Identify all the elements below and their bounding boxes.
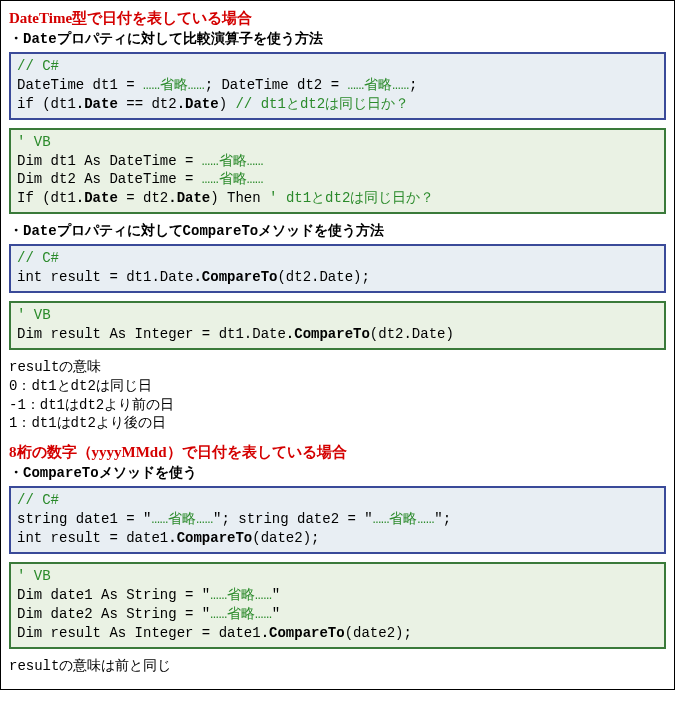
section1-title: DateTime型で日付を表している場合 (9, 9, 666, 28)
code-comment: // C# (17, 58, 59, 74)
mono-compareto: CompareTo (183, 223, 259, 239)
code: ) (219, 96, 236, 112)
code: (dt2.Date) (370, 326, 454, 342)
code-bold: .Date (177, 96, 219, 112)
codebox-cs-1: // C# DateTime dt1 = ……省略……; DateTime dt… (9, 52, 666, 120)
section1-sub2: ・Dateプロパティに対してCompareToメソッドを使う方法 (9, 222, 666, 240)
code-omit: ……省略…… (202, 153, 264, 169)
code-bold: .Date (76, 190, 118, 206)
code-comment: // C# (17, 250, 59, 266)
code: Dim date1 As String = " (17, 587, 210, 603)
code-omit: ……省略…… (202, 171, 264, 187)
result-0: 0：dt1とdt2は同じ日 (9, 378, 152, 394)
code: if (dt1 (17, 96, 76, 112)
code-comment: ' dt1とdt2は同じ日か？ (269, 190, 434, 206)
code: ; (409, 77, 417, 93)
section2-footer: resultの意味は前と同じ (9, 657, 666, 675)
sub-text: メソッドを使う (99, 465, 197, 480)
code: ; DateTime dt2 = (205, 77, 348, 93)
code: Dim dt1 As DateTime = (17, 153, 202, 169)
result-m1: -1：dt1はdt2より前の日 (9, 397, 174, 413)
code: Dim result As Integer = date1 (17, 625, 261, 641)
code-bold: .Date (76, 96, 118, 112)
code: int result = dt1.Date (17, 269, 193, 285)
codebox-cs-3: // C# string date1 = "……省略……"; string da… (9, 486, 666, 554)
code: (date2); (252, 530, 319, 546)
bullet: ・ (9, 223, 23, 238)
code: == dt2 (118, 96, 177, 112)
result-1: 1：dt1はdt2より後の日 (9, 415, 166, 431)
code-omit: ……省略…… (151, 511, 213, 527)
codebox-vb-3: ' VB Dim date1 As String = "……省略……" Dim … (9, 562, 666, 649)
code: (date2); (345, 625, 412, 641)
code: " (272, 606, 280, 622)
code-bold: .CompareTo (168, 530, 252, 546)
code-comment: ' VB (17, 134, 51, 150)
section2-title: 8桁の数字（yyyyMMdd）で日付を表している場合 (9, 443, 666, 462)
code-omit: ……省略…… (347, 77, 409, 93)
sub2-text2: メソッドを使う方法 (258, 223, 384, 238)
code: "; (434, 511, 451, 527)
mono-date: Date (23, 223, 57, 239)
code-bold: .CompareTo (286, 326, 370, 342)
result-meaning: resultの意味 0：dt1とdt2は同じ日 -1：dt1はdt2より前の日 … (9, 358, 666, 434)
code-omit: ……省略…… (210, 587, 272, 603)
code: If (dt1 (17, 190, 76, 206)
code: (dt2.Date); (277, 269, 369, 285)
code-comment: // C# (17, 492, 59, 508)
section2-sub: ・CompareToメソッドを使う (9, 464, 666, 482)
code: ) Then (210, 190, 269, 206)
codebox-vb-1: ' VB Dim dt1 As DateTime = ……省略…… Dim dt… (9, 128, 666, 215)
code: "; string date2 = " (213, 511, 373, 527)
code-comment: ' VB (17, 307, 51, 323)
code-omit: ……省略…… (210, 606, 272, 622)
sub2-text1: プロパティに対して (57, 223, 183, 238)
result-title: resultの意味 (9, 359, 101, 375)
code: Dim date2 As String = " (17, 606, 210, 622)
code-bold: .CompareTo (261, 625, 345, 641)
bullet: ・ (9, 31, 23, 46)
code: Dim result As Integer = dt1.Date (17, 326, 286, 342)
section1-sub1: ・Dateプロパティに対して比較演算子を使う方法 (9, 30, 666, 48)
code-comment: ' VB (17, 568, 51, 584)
code: " (272, 587, 280, 603)
mono-date: Date (23, 31, 57, 47)
code-bold: .Date (168, 190, 210, 206)
code-comment: // dt1とdt2は同じ日か？ (235, 96, 409, 112)
code: Dim dt2 As DateTime = (17, 171, 202, 187)
code-omit: ……省略…… (373, 511, 435, 527)
code: = dt2 (118, 190, 168, 206)
code: DateTime dt1 = (17, 77, 143, 93)
codebox-vb-2: ' VB Dim result As Integer = dt1.Date.Co… (9, 301, 666, 350)
code-omit: ……省略…… (143, 77, 205, 93)
mono-compareto: CompareTo (23, 465, 99, 481)
bullet: ・ (9, 465, 23, 480)
codebox-cs-2: // C# int result = dt1.Date.CompareTo(dt… (9, 244, 666, 293)
document-frame: DateTime型で日付を表している場合 ・Dateプロパティに対して比較演算子… (0, 0, 675, 690)
code: string date1 = " (17, 511, 151, 527)
code: int result = date1 (17, 530, 168, 546)
sub1-text: プロパティに対して比較演算子を使う方法 (57, 31, 323, 46)
code-bold: .CompareTo (193, 269, 277, 285)
